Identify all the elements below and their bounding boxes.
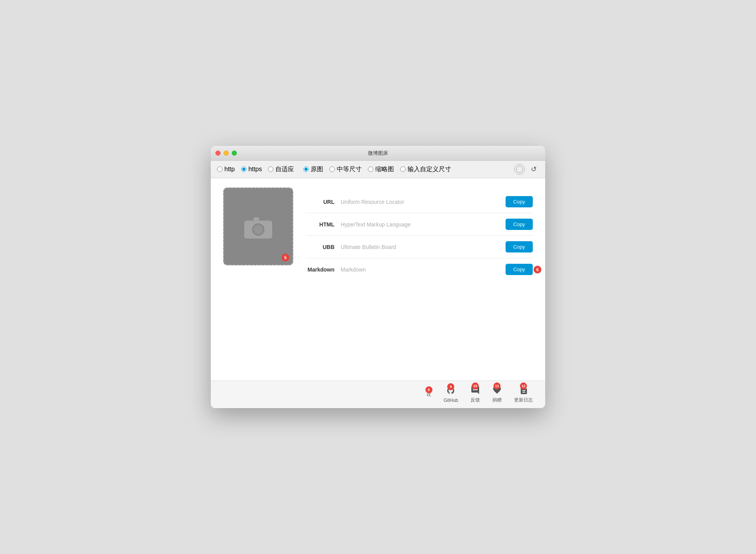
minimize-button[interactable] [224, 151, 229, 156]
main-window: 微博图床 http https 自适应 原图 [211, 146, 545, 408]
footer: 8 « 9 GitHub 10 反馈 11 [211, 380, 545, 408]
radio-custom[interactable]: 输入自定义尺寸 [400, 165, 451, 174]
ubb-label: UBB [306, 244, 341, 250]
titlebar: 微博图床 [211, 146, 545, 161]
markdown-field-row: Markdown Markdown Copy 6 [306, 258, 533, 281]
html-field-row: HTML HyperText Markup Language Copy [306, 213, 533, 236]
html-copy-button[interactable]: Copy [506, 219, 533, 230]
radio-custom-label: 输入自定义尺寸 [408, 165, 451, 174]
footer-collapse[interactable]: 8 « [426, 389, 431, 400]
ubb-value: Ultimate Bulletin Board [341, 244, 499, 250]
svg-text:n: n [257, 226, 260, 233]
radio-medium-label: 中等尺寸 [337, 165, 362, 174]
feedback-label: 反馈 [471, 397, 480, 403]
url-value: Uniform Resource Locator [341, 199, 499, 205]
footer-github[interactable]: 9 GitHub [444, 386, 458, 403]
protocol-group: http https 自适应 [217, 165, 294, 174]
camera-icon: n [243, 214, 274, 239]
markdown-copy-button[interactable]: Copy [506, 264, 533, 275]
history-btn-container: ↺ [528, 164, 539, 175]
settings-circle-icon [516, 166, 523, 173]
radio-auto[interactable]: 自适应 [268, 165, 294, 174]
radio-thumbnail-label: 缩略图 [375, 165, 394, 174]
annotation-10: 10 [472, 382, 479, 389]
changelog-label: 更新日志 [514, 397, 533, 403]
maximize-button[interactable] [232, 151, 237, 156]
close-button[interactable] [215, 151, 220, 156]
content-area: n 5 URL Uniform Resource Locator Copy HT… [211, 178, 545, 380]
radio-original-label: 原图 [311, 165, 323, 174]
donate-label: 捐赠 [492, 397, 502, 403]
url-copy-button[interactable]: Copy [506, 196, 533, 207]
radio-auto-label: 自适应 [275, 165, 294, 174]
footer-feedback[interactable]: 10 反馈 [471, 386, 480, 403]
url-label: URL [306, 199, 341, 205]
history-button[interactable]: ↺ [528, 164, 539, 175]
github-label: GitHub [444, 398, 458, 403]
toolbar-right: ↺ [514, 164, 539, 175]
radio-https-label: https [248, 166, 262, 173]
svg-rect-5 [254, 217, 259, 221]
annotation-9: 9 [447, 383, 454, 390]
window-title: 微博图床 [368, 150, 388, 157]
annotation-5: 5 [282, 254, 289, 261]
toolbar: http https 自适应 原图 中等尺寸 缩略图 [211, 161, 545, 178]
footer-donate[interactable]: 11 捐赠 [492, 386, 502, 403]
upload-area[interactable]: n 5 [223, 188, 293, 265]
url-field-row: URL Uniform Resource Locator Copy [306, 191, 533, 213]
radio-https[interactable]: https [241, 166, 262, 173]
ubb-field-row: UBB Ultimate Bulletin Board Copy [306, 236, 533, 258]
radio-original[interactable]: 原图 [303, 165, 323, 174]
annotation-6: 6 [534, 266, 541, 273]
radio-medium[interactable]: 中等尺寸 [329, 165, 362, 174]
footer-changelog[interactable]: 12 更新日志 [514, 386, 533, 403]
size-group: 原图 中等尺寸 缩略图 输入自定义尺寸 [303, 165, 451, 174]
markdown-label: Markdown [306, 266, 341, 273]
upload-placeholder: n [243, 214, 274, 239]
html-label: HTML [306, 221, 341, 228]
fields-panel: URL Uniform Resource Locator Copy HTML H… [306, 188, 533, 281]
html-value: HyperText Markup Language [341, 221, 499, 228]
radio-http-label: http [224, 166, 235, 173]
annotation-12: 12 [520, 382, 527, 389]
radio-thumbnail[interactable]: 缩略图 [368, 165, 394, 174]
annotation-11: 11 [494, 382, 500, 389]
radio-http[interactable]: http [217, 166, 235, 173]
annotation-8: 8 [425, 386, 432, 393]
settings-button[interactable] [514, 164, 525, 175]
markdown-value: Markdown [341, 266, 499, 273]
traffic-lights [215, 151, 237, 156]
settings-btn-container [514, 164, 525, 175]
ubb-copy-button[interactable]: Copy [506, 241, 533, 252]
